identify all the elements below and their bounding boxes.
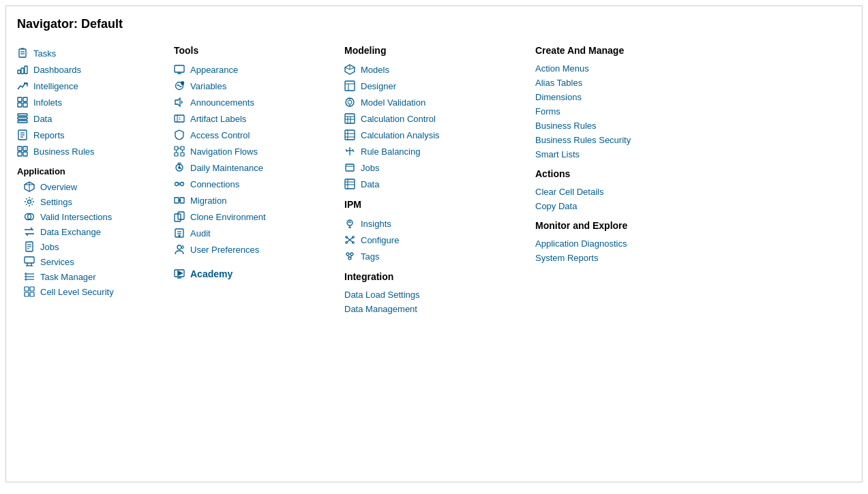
academy-item[interactable]: Academy <box>174 263 331 282</box>
nav-item-valid-intersections[interactable]: Valid Intersections <box>17 209 160 224</box>
jobs-link[interactable]: Jobs <box>40 242 59 252</box>
tool-audit[interactable]: Audit <box>174 225 331 241</box>
cm-clear-cell-details[interactable]: Clear Cell Details <box>535 185 692 199</box>
calculation-control-link[interactable]: Calculation Control <box>361 114 436 124</box>
tool-announcements[interactable]: Announcements <box>174 94 331 110</box>
business-rules-link[interactable]: Business Rules <box>33 146 95 157</box>
nav-item-data[interactable]: Data <box>17 110 160 127</box>
tool-user-preferences[interactable]: User Preferences <box>174 241 331 258</box>
cell-level-security-link[interactable]: Cell Level Security <box>40 287 114 297</box>
model-jobs[interactable]: Jobs <box>344 159 522 176</box>
data-link[interactable]: Data <box>33 114 52 124</box>
business-rules-security-link[interactable]: Business Rules Security <box>535 135 631 145</box>
infolets-link[interactable]: Infolets <box>33 97 62 108</box>
tasks-link[interactable]: Tasks <box>33 48 56 59</box>
tool-access-control[interactable]: Access Control <box>174 127 331 143</box>
tool-appearance[interactable]: Appearance <box>174 61 331 78</box>
model-calc-analysis[interactable]: Calculation Analysis <box>344 127 522 143</box>
data-exchange-link[interactable]: Data Exchange <box>40 227 101 237</box>
reports-link[interactable]: Reports <box>33 130 65 140</box>
access-control-link[interactable]: Access Control <box>190 130 250 140</box>
nav-item-cell-level-security[interactable]: Cell Level Security <box>17 284 160 299</box>
model-validation-link[interactable]: Model Validation <box>361 97 425 108</box>
connections-link[interactable]: Connections <box>190 179 239 189</box>
action-menus-link[interactable]: Action Menus <box>535 63 589 74</box>
tool-migration[interactable]: Migration <box>174 192 331 209</box>
models-link[interactable]: Models <box>361 65 389 75</box>
integration-data-load-settings[interactable]: Data Load Settings <box>344 288 522 302</box>
migration-link[interactable]: Migration <box>190 196 226 206</box>
forms-link[interactable]: Forms <box>535 106 560 117</box>
application-diagnostics-link[interactable]: Application Diagnostics <box>535 238 627 249</box>
model-calc-control[interactable]: Calculation Control <box>344 110 522 127</box>
nav-item-reports[interactable]: Reports <box>17 127 160 143</box>
ipm-configure[interactable]: Configure <box>344 232 522 248</box>
services-link[interactable]: Services <box>40 257 74 267</box>
nav-item-data-exchange[interactable]: Data Exchange <box>17 224 160 239</box>
data-load-settings-link[interactable]: Data Load Settings <box>344 290 420 300</box>
valid-intersections-link[interactable]: Valid Intersections <box>40 212 112 222</box>
ipm-insights[interactable]: Insights <box>344 215 522 232</box>
nav-item-dashboards[interactable]: Dashboards <box>17 61 160 78</box>
variables-link[interactable]: Variables <box>190 81 226 91</box>
nav-item-services[interactable]: Services <box>17 254 160 269</box>
insights-link[interactable]: Insights <box>361 219 391 229</box>
intelligence-link[interactable]: Intelligence <box>33 81 78 91</box>
tool-artifact-labels[interactable]: Σ Artifact Labels <box>174 110 331 127</box>
cm-smart-lists[interactable]: Smart Lists <box>535 147 692 161</box>
announcements-link[interactable]: Announcements <box>190 97 254 108</box>
academy-link[interactable]: Academy <box>190 268 233 279</box>
data-management-link[interactable]: Data Management <box>344 304 417 314</box>
settings-link[interactable]: Settings <box>40 197 72 207</box>
business-rules-cm-link[interactable]: Business Rules <box>535 121 597 131</box>
tool-connections[interactable]: Connections <box>174 176 331 192</box>
nav-item-task-manager[interactable]: Task Manager <box>17 269 160 284</box>
data-model-link[interactable]: Data <box>361 179 379 189</box>
model-designer[interactable]: Designer <box>344 78 522 94</box>
system-reports-link[interactable]: System Reports <box>535 253 598 263</box>
cm-action-menus[interactable]: Action Menus <box>535 61 692 76</box>
designer-link[interactable]: Designer <box>361 81 396 91</box>
tool-daily-maintenance[interactable]: Daily Maintenance <box>174 159 331 176</box>
daily-maintenance-link[interactable]: Daily Maintenance <box>190 163 263 173</box>
clear-cell-details-link[interactable]: Clear Cell Details <box>535 187 603 197</box>
calculation-analysis-link[interactable]: Calculation Analysis <box>361 130 440 140</box>
nav-item-settings[interactable]: Settings <box>17 194 160 209</box>
cm-copy-data[interactable]: Copy Data <box>535 199 692 213</box>
dimensions-link[interactable]: Dimensions <box>535 92 582 102</box>
navigation-flows-link[interactable]: Navigation Flows <box>190 146 258 157</box>
nav-item-overview[interactable]: Overview <box>17 179 160 194</box>
tool-clone-environment[interactable]: Clone Environment <box>174 209 331 225</box>
nav-item-tasks[interactable]: Tasks <box>17 45 160 61</box>
cm-business-rules-security[interactable]: Business Rules Security <box>535 133 692 147</box>
cm-forms[interactable]: Forms <box>535 104 692 119</box>
model-models[interactable]: Models <box>344 61 522 78</box>
jobs-model-link[interactable]: Jobs <box>361 163 379 173</box>
rule-balancing-link[interactable]: Rule Balancing <box>361 146 420 157</box>
configure-link[interactable]: Configure <box>361 235 399 245</box>
nav-item-business-rules[interactable]: Business Rules <box>17 143 160 159</box>
alias-tables-link[interactable]: Alias Tables <box>535 78 582 88</box>
tags-link[interactable]: Tags <box>361 251 379 262</box>
cm-system-reports[interactable]: System Reports <box>535 251 692 265</box>
cm-application-diagnostics[interactable]: Application Diagnostics <box>535 236 692 251</box>
nav-item-intelligence[interactable]: Intelligence <box>17 78 160 94</box>
audit-link[interactable]: Audit <box>190 228 211 238</box>
overview-link[interactable]: Overview <box>40 182 77 192</box>
task-manager-link[interactable]: Task Manager <box>40 272 96 282</box>
dashboards-link[interactable]: Dashboards <box>33 65 81 75</box>
cm-business-rules[interactable]: Business Rules <box>535 119 692 133</box>
tool-navigation-flows[interactable]: Navigation Flows <box>174 143 331 159</box>
integration-data-management[interactable]: Data Management <box>344 302 522 316</box>
user-preferences-link[interactable]: User Preferences <box>190 245 259 255</box>
tool-variables[interactable]: (x) Variables <box>174 78 331 94</box>
ipm-tags[interactable]: Tags <box>344 248 522 264</box>
nav-item-jobs[interactable]: Jobs <box>17 239 160 254</box>
smart-lists-link[interactable]: Smart Lists <box>535 149 580 159</box>
model-validation[interactable]: Model Validation <box>344 94 522 110</box>
model-rule-balancing[interactable]: Rule Balancing <box>344 143 522 159</box>
model-data[interactable]: Data <box>344 176 522 192</box>
nav-item-infolets[interactable]: Infolets <box>17 94 160 110</box>
artifact-labels-link[interactable]: Artifact Labels <box>190 114 246 124</box>
appearance-link[interactable]: Appearance <box>190 65 238 75</box>
